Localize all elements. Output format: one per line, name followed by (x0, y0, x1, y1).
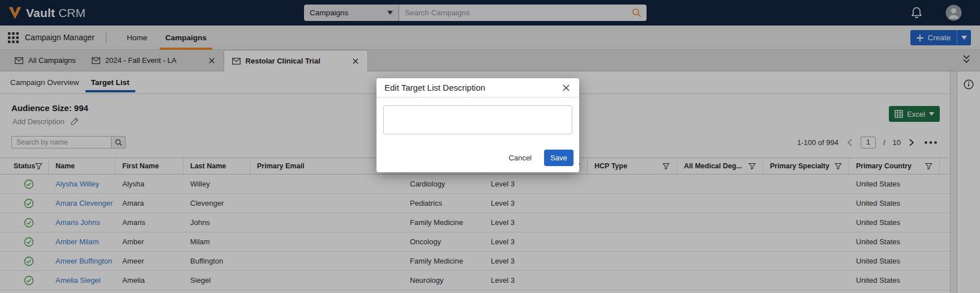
close-icon[interactable] (561, 83, 571, 93)
modal-title: Edit Target List Description (384, 83, 485, 92)
modal-footer: Cancel Save (376, 150, 579, 172)
description-textarea[interactable] (383, 105, 572, 134)
modal-header: Edit Target List Description (376, 78, 579, 97)
cancel-button[interactable]: Cancel (506, 153, 535, 163)
edit-description-modal: Edit Target List Description Cancel Save (376, 78, 579, 172)
modal-body (376, 97, 579, 137)
save-button[interactable]: Save (544, 150, 574, 166)
